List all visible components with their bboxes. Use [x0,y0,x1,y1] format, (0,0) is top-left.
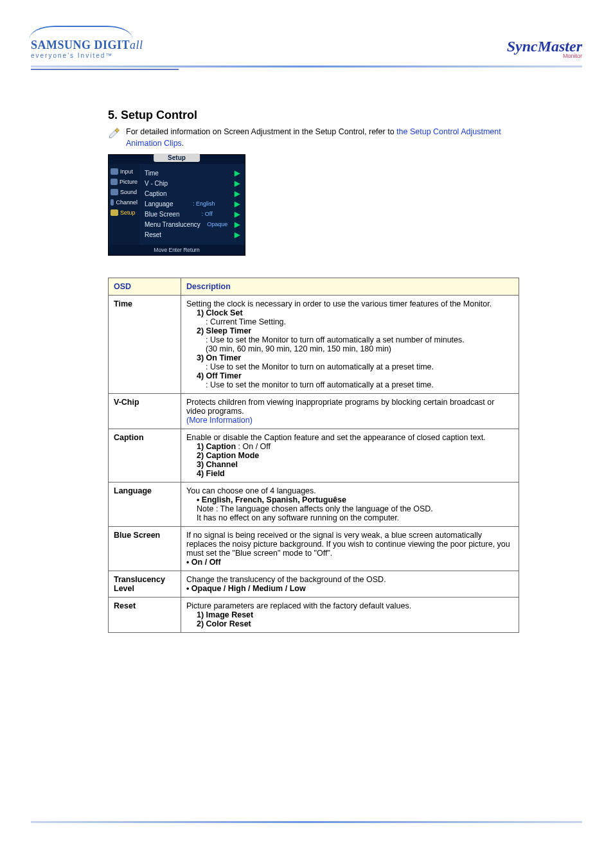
osd-row: Time▶ [145,168,240,178]
desc-cell: You can choose one of 4 languages. • Eng… [181,483,519,527]
table-row: Caption Enable or disable the Caption fe… [109,429,519,483]
osd-table: OSD Description Time Setting the clock i… [108,278,519,633]
footer-rule [31,821,582,823]
chevron-right-icon: ▶ [235,179,240,188]
brand-tagline: everyone's Invited™ [31,52,143,59]
osd-row: Menu TranslucencyOpaque▶ [145,219,240,229]
desc-cell: Picture parameters are replaced with the… [181,598,519,633]
desc-cell: If no signal is being received or the si… [181,527,519,571]
osd-titlebar: Setup [109,155,245,164]
osd-side-item: Channel [109,197,139,208]
brand-main-bold: SAMSUNG DIGIT [31,39,130,51]
osd-side-item: Picture [109,177,139,187]
th-description: Description [181,278,519,296]
osd-main: Time▶ V - Chip▶ Caption▶ Language: Engli… [139,164,245,245]
osd-side-item-selected: Setup [109,208,139,218]
osd-cell: Caption [109,429,181,483]
brand-main-ital: all [130,39,143,51]
header-short-rule [31,69,179,70]
osd-cell: Reset [109,598,181,633]
desc-cell: Protects children from viewing inappropr… [181,394,519,429]
page-header: SAMSUNG DIGITall everyone's Invited™ Syn… [31,26,582,59]
table-row: Translucency Level Change the translucen… [109,571,519,598]
osd-side-item: Sound [109,187,139,197]
chevron-right-icon: ▶ [235,220,240,229]
info-row: For detailed information on Screen Adjus… [108,126,519,149]
chevron-right-icon: ▶ [235,231,240,239]
pencil-icon [108,127,121,139]
info-suffix: . [182,139,184,148]
table-row: Blue Screen If no signal is being receiv… [109,527,519,571]
info-text: For detailed information on Screen Adjus… [126,126,519,149]
osd-cell: Blue Screen [109,527,181,571]
desc-cell: Setting the clock is necessary in order … [181,296,519,394]
osd-row: Blue Screen: Off▶ [145,209,240,219]
chevron-right-icon: ▶ [235,210,240,218]
table-row: V-Chip Protects children from viewing in… [109,394,519,429]
osd-screenshot: Setup Input Picture Sound Channel Setup … [108,154,245,256]
info-prefix: For detailed information on Screen Adjus… [126,127,396,136]
chevron-right-icon: ▶ [235,190,240,198]
osd-title: Setup [154,154,200,162]
table-header-row: OSD Description [109,278,519,296]
osd-side-item: Input [109,166,139,177]
osd-row: V - Chip▶ [145,178,240,188]
osd-sidebar: Input Picture Sound Channel Setup [109,164,139,245]
table-row: Time Setting the clock is necessary in o… [109,296,519,394]
brand-left: SAMSUNG DIGITall everyone's Invited™ [31,26,143,59]
desc-cell: Enable or disable the Caption feature an… [181,429,519,483]
brand-arc [30,26,132,39]
section-title: 5. Setup Control [108,109,519,122]
header-rule [31,66,582,67]
table-row: Language You can choose one of 4 languag… [109,483,519,527]
desc-cell: Change the translucency of the backgroun… [181,571,519,598]
osd-cell: V-Chip [109,394,181,429]
osd-cell: Language [109,483,181,527]
osd-row: Reset▶ [145,229,240,240]
more-info-link[interactable]: (More Information) [186,416,253,425]
brand-right: SyncMaster Monitor [507,38,582,59]
th-osd: OSD [109,278,181,296]
content: 5. Setup Control For detailed informatio… [108,109,519,633]
osd-row: Language: English▶ [145,199,240,209]
osd-footer: Move Enter Return [109,245,245,255]
osd-cell: Translucency Level [109,571,181,598]
chevron-right-icon: ▶ [235,169,240,177]
chevron-right-icon: ▶ [235,200,240,208]
osd-row: Caption▶ [145,188,240,199]
table-row: Reset Picture parameters are replaced wi… [109,598,519,633]
osd-cell: Time [109,296,181,394]
